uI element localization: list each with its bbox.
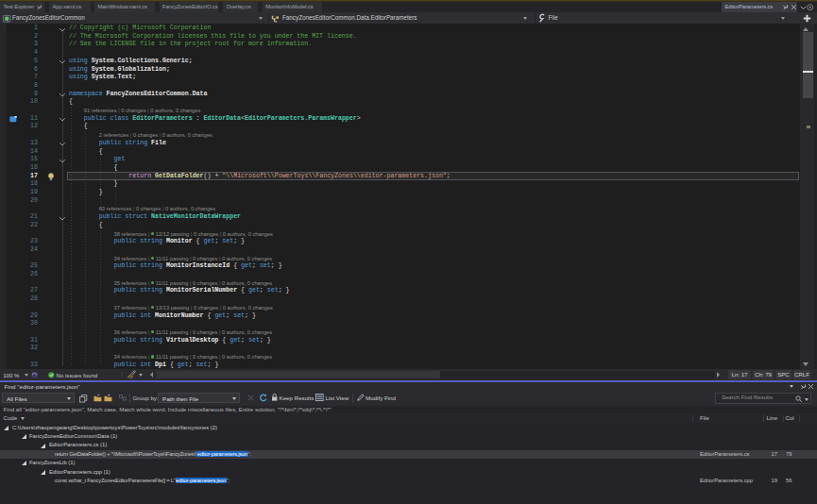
clear-results-icon[interactable] — [247, 395, 254, 401]
codelens-indicator[interactable]: 38 references | 12/12 passing | 0 change… — [114, 230, 273, 239]
status-char-number[interactable]: Ch: 79 — [753, 370, 774, 379]
column-col[interactable]: Col — [786, 413, 794, 423]
column-code[interactable]: Code — [4, 413, 18, 423]
status-line-ending[interactable]: CRLF — [793, 370, 810, 379]
lightbulb-icon[interactable] — [47, 173, 55, 181]
codelens-indicator[interactable]: 36 references | 11/11 passing | 0 change… — [114, 328, 273, 337]
column-file[interactable]: File — [700, 413, 709, 423]
lock-icon[interactable] — [271, 394, 279, 402]
list-view-icon[interactable] — [315, 394, 324, 401]
find-result-row[interactable]: FancyZonesEditorCommon\Data (1) — [0, 432, 817, 441]
search-icon[interactable] — [795, 395, 803, 403]
navbar-member-dropdown[interactable]: File — [549, 12, 558, 25]
tree-expand-arrow-icon[interactable] — [22, 434, 26, 439]
column-line[interactable]: Line — [767, 413, 778, 423]
codelens-indicator[interactable]: 60 references | 0 changes | 0 authors, 0… — [99, 205, 215, 213]
codelens-indicator[interactable]: 91 references | 0 changes | 0 authors, 0… — [84, 107, 200, 115]
horizontal-scrollbar-thumb[interactable] — [157, 371, 440, 378]
document-tab[interactable]: App.xaml.cs — [49, 2, 91, 12]
chevron-down-icon[interactable] — [259, 17, 263, 20]
breakpoint-margin[interactable] — [0, 24, 7, 369]
window-position-chevron-icon[interactable] — [790, 385, 793, 388]
document-tab[interactable]: Test Explorer — [0, 2, 44, 12]
document-tab[interactable]: MonitorInfoModel.cs — [263, 2, 322, 12]
pin-icon[interactable] — [800, 383, 807, 390]
document-tab[interactable]: FancyZonesEditorIO.cs — [160, 2, 219, 12]
tree-expand-arrow-icon[interactable] — [22, 461, 26, 465]
code-editor[interactable]: 1// Copyright (c) Microsoft Corporation2… — [0, 24, 800, 369]
fold-chevron-icon[interactable] — [59, 213, 66, 222]
close-icon[interactable] — [791, 4, 797, 10]
copilot-status-icon[interactable] — [31, 372, 38, 378]
keep-results-button[interactable]: Keep Results — [280, 395, 315, 401]
column-separator[interactable] — [783, 415, 784, 423]
fold-chevron-icon[interactable] — [59, 58, 66, 66]
pencil-icon[interactable] — [357, 394, 365, 401]
chevron-down-icon[interactable] — [139, 374, 143, 377]
find-result-row[interactable]: return GetDataFolder() + "\\Microsoft\\P… — [0, 450, 817, 459]
scope-dropdown[interactable]: All Files — [2, 393, 75, 403]
refresh-icon[interactable] — [259, 394, 267, 402]
preserve-case-icon[interactable] — [119, 395, 127, 401]
search-results-input[interactable]: Search Find Results — [715, 393, 811, 404]
vertical-scrollbar[interactable] — [800, 24, 817, 369]
code-cleanup-broom-icon[interactable] — [127, 371, 136, 378]
chevron-down-icon[interactable] — [805, 398, 808, 401]
close-icon[interactable] — [808, 383, 814, 390]
pin-icon[interactable] — [782, 4, 789, 10]
expand-all-folder-icon[interactable] — [94, 395, 102, 402]
find-result-row[interactable]: FancyZonesLib (1) — [0, 459, 817, 467]
collapse-all-folder-icon[interactable] — [104, 395, 112, 402]
tab-list-chevron-icon[interactable] — [800, 6, 807, 12]
tree-expand-arrow-icon[interactable] — [4, 426, 9, 430]
codelens-indicator[interactable]: 34 references | 11/11 passing | 0 change… — [114, 353, 273, 361]
scroll-down-arrow-icon[interactable] — [803, 362, 808, 366]
codelens-indicator[interactable]: 34 references | 11/11 passing | 0 change… — [114, 255, 273, 263]
document-tab[interactable]: Overlay.cs — [223, 2, 258, 12]
vertical-scrollbar-thumb[interactable] — [803, 32, 814, 98]
group-by-dropdown[interactable]: Path then File — [158, 393, 240, 403]
modify-find-button[interactable]: Modify Find — [366, 395, 396, 401]
split-window-plus-icon[interactable] — [803, 14, 811, 23]
pin-icon[interactable] — [36, 4, 43, 10]
find-result-row[interactable]: EditorParameters.cs (1) — [0, 441, 817, 449]
tree-expand-arrow-icon[interactable] — [41, 470, 45, 475]
column-separator[interactable] — [799, 415, 800, 423]
chevron-down-icon[interactable] — [523, 17, 527, 20]
find-result-row[interactable]: const wchar_t FancyZonesEditorParameters… — [0, 477, 817, 485]
scroll-up-arrow-icon[interactable] — [803, 27, 808, 31]
document-tab[interactable]: MainWindow.xaml.cs — [94, 2, 155, 12]
copy-results-icon[interactable] — [79, 395, 88, 403]
scroll-right-arrow-icon[interactable] — [717, 372, 720, 378]
fold-chevron-icon[interactable] — [59, 140, 66, 148]
health-status-text[interactable]: No issues found — [57, 372, 98, 378]
chevron-down-icon[interactable] — [781, 17, 785, 20]
find-results-title-bar[interactable]: Find "editor-parameters.json" — [0, 382, 817, 391]
codelens-indicator[interactable]: 35 references | 11/11 passing | 0 change… — [114, 279, 273, 288]
fold-chevron-icon[interactable] — [59, 25, 66, 33]
column-separator[interactable] — [692, 415, 693, 423]
scroll-left-arrow-icon[interactable] — [150, 372, 153, 378]
find-result-row[interactable]: C:\Users\zhaopengwang\Desktop\powertoys\… — [0, 424, 817, 432]
line-number: 1 — [17, 25, 38, 33]
notifications-icon[interactable] — [807, 4, 813, 10]
fold-chevron-icon[interactable] — [59, 115, 66, 124]
column-separator[interactable] — [763, 415, 764, 423]
codelens-indicator[interactable]: 37 references | 13/13 passing | 0 change… — [114, 304, 273, 312]
status-line-number[interactable]: Ln: 17 — [728, 370, 751, 379]
tree-expand-arrow-icon[interactable] — [41, 444, 45, 448]
navbar-type-dropdown[interactable]: FancyZonesEditorCommon.Data.EditorParame… — [282, 12, 417, 25]
horizontal-scrollbar[interactable] — [157, 371, 714, 379]
zoom-level[interactable]: 100 % — [3, 372, 19, 378]
list-view-button[interactable]: List View — [326, 395, 349, 401]
codelens-indicator[interactable]: 2 references | 0 changes | 0 authors, 0 … — [99, 131, 213, 140]
navbar-project-dropdown[interactable]: FancyZonesEditorCommon — [12, 12, 85, 25]
status-spaces-mode[interactable]: SPC — [775, 370, 791, 379]
fold-chevron-icon[interactable] — [59, 156, 66, 164]
result-snippet: const wchar_t FancyZonesEditorParameters… — [55, 477, 230, 485]
chevron-down-icon[interactable] — [21, 417, 25, 420]
document-tab-preview[interactable]: EditorParameters.cs — [722, 2, 797, 12]
chevron-down-icon[interactable] — [25, 374, 28, 377]
fold-chevron-icon[interactable] — [59, 91, 66, 99]
find-result-row[interactable]: EditorParameters.cpp (1) — [0, 468, 817, 477]
